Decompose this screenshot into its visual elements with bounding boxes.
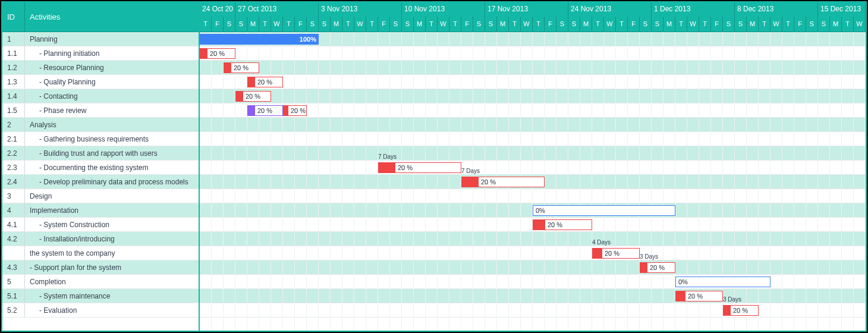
day-header-cell[interactable]: M (497, 17, 509, 32)
day-header-cell[interactable]: T (675, 17, 687, 32)
cell-id: 2.1 (2, 132, 25, 146)
week-header-cell[interactable]: 24 Nov 2013 (568, 2, 652, 17)
day-header-cell[interactable]: S (390, 17, 402, 32)
day-header-cell[interactable]: F (295, 17, 307, 32)
day-header-cell[interactable]: W (354, 17, 366, 32)
bar-progress (224, 63, 231, 73)
day-header-cell[interactable]: S (818, 17, 830, 32)
day-header-cell[interactable]: F (794, 17, 806, 32)
table-row[interactable]: 4.2- Installation/introducing (2, 232, 199, 246)
timeline-header-days: TFSSMTWTFSSMTWTFSSMTWTFSSMTWTFSSMTWTFSSM… (200, 17, 866, 32)
day-header-cell[interactable]: S (735, 17, 747, 32)
cell-activity: Analysis (25, 121, 199, 129)
day-header-cell[interactable]: W (770, 17, 782, 32)
day-header-cell[interactable]: W (271, 17, 283, 32)
day-header-cell[interactable]: M (580, 17, 592, 32)
grid-header-activities[interactable]: Activities (25, 2, 199, 32)
day-header-cell[interactable]: T (342, 17, 354, 32)
table-row[interactable]: 2Analysis (2, 118, 199, 132)
week-header-cell[interactable]: 27 Oct 2013 (235, 2, 319, 17)
bar-text: 20 % (685, 293, 703, 300)
day-header-cell[interactable]: F (628, 17, 640, 32)
day-header-cell[interactable]: S (806, 17, 818, 32)
table-row[interactable]: 1.3- Quality Planning (2, 75, 199, 89)
day-header-cell[interactable]: S (307, 17, 319, 32)
cell-activity: - Quality Planning (25, 78, 199, 86)
table-row[interactable]: 1.2- Resource Planning (2, 61, 199, 75)
timeline-body[interactable]: 100%20 %20 %20 %20 %20 %20 %7 Days20 %7 … (200, 32, 866, 331)
day-header-cell[interactable]: T (283, 17, 295, 32)
day-header-cell[interactable]: F (545, 17, 556, 32)
day-header-cell[interactable]: W (604, 17, 616, 32)
day-header-cell[interactable]: T (259, 17, 271, 32)
table-row[interactable]: 4.3- Support plan for the system (2, 260, 199, 275)
day-header-cell[interactable]: S (319, 17, 331, 32)
day-header-cell[interactable]: T (842, 17, 854, 32)
gantt-grid: ID Activities 1Planning1.1- Planning ini… (2, 2, 200, 331)
table-row[interactable]: 4Implementation (2, 203, 199, 218)
day-header-cell[interactable]: W (854, 17, 866, 32)
day-header-cell[interactable]: W (521, 17, 533, 32)
day-header-cell[interactable]: W (438, 17, 449, 32)
day-header-cell[interactable]: T (426, 17, 438, 32)
table-row[interactable]: 1.1- Planning initiation (2, 46, 199, 61)
bar-progress (248, 77, 255, 87)
day-header-cell[interactable]: F (212, 17, 224, 32)
week-header-cell[interactable]: 3 Nov 2013 (319, 2, 402, 17)
day-header-cell[interactable]: T (759, 17, 770, 32)
week-header-cell[interactable]: 10 Nov 2013 (402, 2, 485, 17)
day-header-cell[interactable]: S (402, 17, 414, 32)
day-header-cell[interactable]: M (247, 17, 259, 32)
day-header-cell[interactable]: M (747, 17, 759, 32)
week-header-cell[interactable]: 15 Dec 2013 (818, 2, 866, 17)
week-header-cell[interactable]: 1 Dec 2013 (652, 2, 735, 17)
day-header-cell[interactable]: M (663, 17, 675, 32)
day-header-cell[interactable]: S (235, 17, 247, 32)
day-header-cell[interactable]: M (331, 17, 342, 32)
day-header-cell[interactable]: T (616, 17, 628, 32)
grid-header-id[interactable]: ID (2, 2, 25, 32)
table-row[interactable]: 2.3- Documenting the existing system (2, 161, 199, 175)
day-header-cell[interactable]: S (723, 17, 735, 32)
day-header-cell[interactable]: T (200, 17, 212, 32)
table-row[interactable]: 1Planning (2, 32, 199, 46)
day-header-cell[interactable]: T (782, 17, 794, 32)
day-header-cell[interactable]: W (687, 17, 699, 32)
table-row[interactable]: 5.1- System maintenance (2, 289, 199, 303)
day-header-cell[interactable]: M (414, 17, 426, 32)
day-header-cell[interactable]: F (378, 17, 390, 32)
day-header-cell[interactable]: T (699, 17, 711, 32)
day-header-cell[interactable]: T (366, 17, 378, 32)
table-row[interactable]: 2.4- Develop preliminary data and proces… (2, 175, 199, 189)
day-header-cell[interactable]: F (711, 17, 723, 32)
day-header-cell[interactable]: T (592, 17, 604, 32)
day-header-cell[interactable]: T (449, 17, 461, 32)
table-row[interactable]: 1.5- Phase review (2, 103, 199, 118)
table-row[interactable]: the system to the company (2, 246, 199, 260)
grid-rows: 1Planning1.1- Planning initiation1.2- Re… (2, 32, 199, 331)
day-header-cell[interactable]: S (568, 17, 580, 32)
table-row[interactable]: 1.4- Contacting (2, 89, 199, 103)
cell-id: 2.3 (2, 161, 25, 174)
bar-progress (379, 163, 395, 172)
day-header-cell[interactable]: F (461, 17, 473, 32)
table-row[interactable]: 2.2- Building trust and rapport with use… (2, 146, 199, 161)
day-header-cell[interactable]: M (830, 17, 842, 32)
week-header-cell[interactable]: 17 Nov 2013 (485, 2, 568, 17)
table-row[interactable]: 2.1- Gathering business requirements (2, 132, 199, 146)
day-header-cell[interactable]: T (533, 17, 545, 32)
bar-text: 20 % (647, 264, 665, 271)
day-header-cell[interactable]: T (509, 17, 521, 32)
day-header-cell[interactable]: S (473, 17, 485, 32)
week-header-cell[interactable]: 24 Oct 20 (200, 2, 235, 17)
day-header-cell[interactable]: S (640, 17, 652, 32)
table-row[interactable]: 3Design (2, 189, 199, 203)
day-header-cell[interactable]: S (652, 17, 663, 32)
day-header-cell[interactable]: S (485, 17, 497, 32)
week-header-cell[interactable]: 8 Dec 2013 (735, 2, 818, 17)
day-header-cell[interactable]: S (224, 17, 235, 32)
table-row[interactable]: 4.1- System Construction (2, 218, 199, 232)
day-header-cell[interactable]: S (556, 17, 568, 32)
table-row[interactable]: 5Completion (2, 275, 199, 289)
table-row[interactable]: 5.2- Evaluation (2, 303, 199, 318)
